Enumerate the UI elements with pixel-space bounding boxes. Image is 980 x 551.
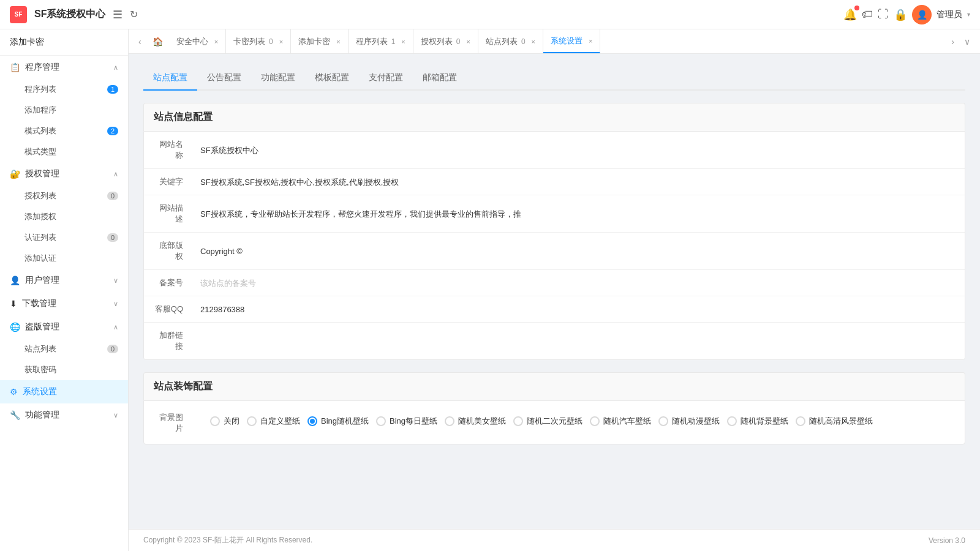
radio-bg-bing-random[interactable]: Bing随机壁纸 [307, 416, 369, 427]
sidebar-item-add-program[interactable]: 添加程序 [0, 100, 128, 121]
sidebar-group-header-program[interactable]: 📋 程序管理 ∧ [0, 56, 128, 79]
input-keywords[interactable] [200, 178, 957, 187]
tab-email-config[interactable]: 邮箱配置 [413, 66, 467, 91]
inner-tabs: 站点配置 公告配置 功能配置 模板配置 支付配置 邮箱配置 [143, 66, 965, 91]
radio-bg-animated[interactable]: 随机动漫壁纸 [658, 416, 720, 427]
radio-bg-bing-daily[interactable]: Bing每日壁纸 [376, 416, 437, 427]
sidebar-item-mode-list[interactable]: 模式列表 2 [0, 121, 128, 141]
auth-group-icon: 🔐 [10, 169, 20, 179]
tab-home[interactable]: 🏠 [146, 29, 169, 53]
sidebar-group-piracy: 🌐 盗版管理 ∧ 站点列表 0 获取密码 [0, 315, 128, 380]
tab-auth-list[interactable]: 授权列表 0 × [413, 29, 478, 53]
label-qq: 客服QQ [144, 296, 193, 322]
download-group-label: 下载管理 [22, 298, 56, 309]
sidebar-group-function: 🔧 功能管理 ∨ [0, 403, 128, 427]
radio-bg-bg[interactable]: 随机背景壁纸 [727, 416, 788, 427]
menu-toggle-icon[interactable]: ☰ [113, 8, 123, 21]
sidebar-group-auth: 🔐 授权管理 ∧ 授权列表 0 添加授权 认证列表 0 添加认证 [0, 162, 128, 269]
footer-version: Version 3.0 [929, 536, 965, 545]
header-right: 🔔 🏷 ⛶ 🔒 👤 管理员 ▾ [843, 5, 970, 24]
tab-close-auth-list[interactable]: × [466, 38, 470, 45]
avatar: 👤 [912, 5, 932, 24]
auth-chevron-icon: ∧ [113, 170, 118, 178]
sidebar-group-download: ⬇ 下载管理 ∨ [0, 292, 128, 315]
sidebar-group-header-piracy[interactable]: 🌐 盗版管理 ∧ [0, 315, 128, 339]
label-site-name: 网站名称 [144, 132, 193, 168]
tab-close-system-settings[interactable]: × [589, 37, 592, 45]
tab-add-card[interactable]: 添加卡密 × [291, 29, 348, 53]
piracy-group-label: 盗版管理 [25, 321, 59, 332]
sidebar-group-header-function[interactable]: 🔧 功能管理 ∨ [0, 403, 128, 427]
admin-dropdown-icon[interactable]: ▾ [967, 11, 970, 18]
tag-icon[interactable]: 🏷 [862, 8, 873, 21]
sidebar-group-header-system[interactable]: ⚙ 系统设置 [0, 380, 128, 403]
main-layout: 添加卡密 📋 程序管理 ∧ 程序列表 1 添加程序 模式列表 2 [0, 29, 980, 551]
radio-bg-girl[interactable]: 随机美女壁纸 [445, 416, 506, 427]
radio-bg-off[interactable]: 关闭 [210, 416, 239, 427]
form-row-site-name: 网站名称 [144, 132, 965, 169]
input-group-link[interactable] [200, 337, 957, 346]
auth-group-label: 授权管理 [25, 168, 59, 179]
sidebar-item-add-cert[interactable]: 添加认证 [0, 248, 128, 269]
sidebar: 添加卡密 📋 程序管理 ∧ 程序列表 1 添加程序 模式列表 2 [0, 29, 129, 551]
program-group-icon: 📋 [10, 62, 20, 72]
user-group-label: 用户管理 [25, 275, 59, 286]
tab-security-center[interactable]: 安全中心 × [169, 29, 226, 53]
user-group-icon: 👤 [10, 276, 20, 285]
tab-program-list[interactable]: 程序列表 1 × [349, 29, 413, 53]
input-icp[interactable] [200, 279, 957, 288]
tab-close-security[interactable]: × [214, 38, 218, 45]
tab-payment-config[interactable]: 支付配置 [359, 66, 413, 91]
tab-close-add-card[interactable]: × [336, 38, 340, 45]
tab-prev-button[interactable]: ‹ [134, 29, 146, 53]
form-row-copyright: 底部版权 [144, 233, 965, 270]
input-qq[interactable] [200, 305, 957, 314]
sidebar-group-header-user[interactable]: 👤 用户管理 ∨ [0, 269, 128, 292]
sidebar-item-program-list[interactable]: 程序列表 1 [0, 79, 128, 100]
tab-card-list[interactable]: 卡密列表 0 × [226, 29, 291, 53]
sidebar-item-mode-type[interactable]: 模式类型 [0, 141, 128, 162]
notification-icon[interactable]: 🔔 [843, 8, 857, 21]
input-site-name[interactable] [200, 146, 957, 155]
piracy-chevron-icon: ∧ [113, 323, 118, 331]
tab-close-card-list[interactable]: × [279, 38, 283, 45]
header: SF SF系统授权中心 ☰ ↻ 🔔 🏷 ⛶ 🔒 👤 管理员 ▾ [0, 0, 980, 29]
tab-close-program-list[interactable]: × [401, 38, 405, 45]
download-group-icon: ⬇ [10, 299, 17, 309]
tab-next-button[interactable]: › [946, 29, 959, 53]
radio-bg-car[interactable]: 随机汽车壁纸 [590, 416, 651, 427]
sidebar-group-header-auth[interactable]: 🔐 授权管理 ∧ [0, 162, 128, 186]
system-group-label: 系统设置 [23, 386, 57, 397]
footer-copyright: Copyright © 2023 SF-陌上花开 All Rights Rese… [143, 535, 312, 545]
tab-function-config[interactable]: 功能配置 [251, 66, 305, 91]
tab-site-config[interactable]: 站点配置 [143, 66, 197, 91]
radio-bg-anime[interactable]: 随机二次元壁纸 [513, 416, 582, 427]
sidebar-item-cert-list[interactable]: 认证列表 0 [0, 227, 128, 248]
tab-template-config[interactable]: 模板配置 [305, 66, 359, 91]
system-group-icon: ⚙ [10, 387, 18, 397]
tab-more-button[interactable]: ∨ [959, 29, 975, 53]
download-chevron-icon: ∨ [113, 300, 118, 308]
input-description[interactable] [200, 209, 957, 219]
radio-bg-scenery[interactable]: 随机高清风景壁纸 [796, 416, 873, 427]
sidebar-item-get-password[interactable]: 获取密码 [0, 359, 128, 380]
sidebar-group-header-download[interactable]: ⬇ 下载管理 ∨ [0, 292, 128, 315]
label-icp: 备案号 [144, 270, 193, 296]
expand-icon[interactable]: ⛶ [878, 8, 889, 21]
input-copyright[interactable] [200, 247, 957, 256]
tab-system-settings[interactable]: 系统设置 × [543, 29, 600, 53]
tab-notice-config[interactable]: 公告配置 [197, 66, 251, 91]
sidebar-item-auth-list[interactable]: 授权列表 0 [0, 186, 128, 206]
tab-site-list[interactable]: 站点列表 0 × [478, 29, 543, 53]
radio-bg-custom[interactable]: 自定义壁纸 [247, 416, 300, 427]
tab-close-site-list[interactable]: × [532, 38, 535, 45]
label-group-link: 加群链接 [144, 323, 193, 359]
form-row-description: 网站描述 [144, 195, 965, 233]
form-row-keywords: 关键字 [144, 169, 965, 195]
sidebar-item-site-list[interactable]: 站点列表 0 [0, 339, 128, 359]
lock-icon[interactable]: 🔒 [894, 8, 907, 21]
sidebar-item-add-auth[interactable]: 添加授权 [0, 206, 128, 227]
refresh-icon[interactable]: ↻ [130, 9, 138, 20]
site-info-section-title: 站点信息配置 [143, 103, 965, 131]
add-card-button[interactable]: 添加卡密 [10, 37, 44, 47]
